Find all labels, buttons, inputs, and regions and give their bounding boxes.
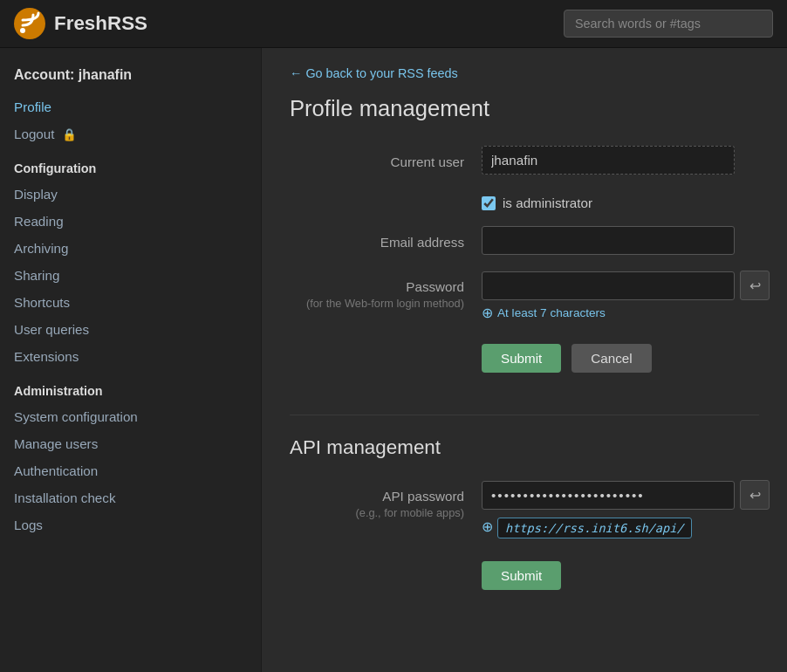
- sidebar-item-archiving[interactable]: Archiving: [0, 235, 261, 262]
- profile-submit-button[interactable]: Submit: [482, 344, 561, 373]
- section-divider: [290, 415, 759, 415]
- label-password: Password (for the Web-form login method): [290, 271, 482, 312]
- topbar: FreshRSS: [0, 0, 787, 48]
- password-visibility-button[interactable]: ↩: [740, 271, 770, 300]
- label-profile-buttons-spacer: [290, 337, 482, 344]
- password-input[interactable]: [482, 271, 735, 300]
- svg-point-1: [20, 28, 25, 33]
- form-row-api-password: API password (e.g., for mobile apps) ↩ ⊕…: [290, 480, 759, 538]
- label-api-password: API password (e.g., for mobile apps): [290, 480, 482, 521]
- control-current-user: [482, 146, 759, 175]
- sidebar-item-extensions[interactable]: Extensions: [0, 343, 261, 370]
- logo-icon: [14, 8, 45, 39]
- api-section-title: API management: [290, 436, 759, 459]
- sidebar-item-shortcuts[interactable]: Shortcuts: [0, 289, 261, 316]
- label-api-password-text: API password: [382, 489, 464, 504]
- sidebar-item-authentication[interactable]: Authentication: [0, 457, 261, 484]
- control-is-admin: is administrator: [482, 190, 759, 210]
- sidebar-item-installation-check[interactable]: Installation check: [0, 484, 261, 511]
- api-url-icon: ⊕: [482, 518, 493, 535]
- layout: Account: jhanafin Profile Logout 🔒 Confi…: [0, 48, 787, 672]
- label-current-user: Current user: [290, 146, 482, 171]
- app-title: FreshRSS: [54, 12, 147, 35]
- sidebar-item-user-queries[interactable]: User queries: [0, 316, 261, 343]
- sidebar-item-reading[interactable]: Reading: [0, 208, 261, 235]
- api-password-input-row: ↩: [482, 480, 770, 510]
- back-link[interactable]: ← Go back to your RSS feeds: [290, 66, 458, 80]
- api-submit-button[interactable]: Submit: [482, 561, 561, 590]
- sidebar-item-logs[interactable]: Logs: [0, 511, 261, 538]
- form-row-password: Password (for the Web-form login method)…: [290, 271, 759, 321]
- is-admin-checkbox-row: is administrator: [482, 190, 759, 210]
- is-admin-label: is administrator: [503, 195, 592, 210]
- sidebar-item-logout[interactable]: Logout 🔒: [0, 120, 261, 147]
- page-title: Profile management: [290, 96, 759, 121]
- label-email: Email address: [290, 226, 482, 251]
- api-password-input[interactable]: [482, 481, 735, 510]
- password-hint-row: ⊕ At least 7 characters: [482, 305, 770, 321]
- email-input[interactable]: [482, 226, 735, 255]
- main-content: ← Go back to your RSS feeds Profile mana…: [262, 48, 787, 672]
- lock-icon: 🔒: [62, 127, 77, 141]
- label-api-password-sublabel: (e.g., for mobile apps): [290, 505, 464, 521]
- label-is-admin-spacer: [290, 190, 482, 197]
- is-admin-checkbox[interactable]: [482, 196, 496, 210]
- sidebar-section-configuration: Configuration: [0, 147, 261, 181]
- control-password: ↩ ⊕ At least 7 characters: [482, 271, 770, 321]
- search-input[interactable]: [564, 10, 773, 38]
- sidebar-item-sharing[interactable]: Sharing: [0, 262, 261, 289]
- label-password-sublabel: (for the Web-form login method): [290, 296, 464, 312]
- sidebar-account-label: Account: jhanafin: [0, 58, 261, 93]
- api-button-row: Submit: [482, 561, 759, 590]
- sidebar-item-system-configuration[interactable]: System configuration: [0, 403, 261, 430]
- form-row-email: Email address: [290, 226, 759, 255]
- sidebar-item-logout-label: Logout: [14, 127, 54, 141]
- password-hint-text: At least 7 characters: [497, 306, 606, 319]
- password-input-row: ↩: [482, 271, 770, 300]
- form-row-is-admin: is administrator: [290, 190, 759, 210]
- api-url-row: ⊕ https://rss.init6.sh/api/: [482, 514, 770, 538]
- form-row-profile-buttons: Submit Cancel: [290, 337, 759, 399]
- logo-area: FreshRSS: [14, 8, 147, 39]
- current-user-input[interactable]: [482, 146, 735, 175]
- profile-cancel-button[interactable]: Cancel: [571, 344, 651, 373]
- api-url-badge: https://rss.init6.sh/api/: [497, 518, 692, 538]
- control-api-buttons: Submit: [482, 554, 759, 616]
- api-password-visibility-button[interactable]: ↩: [740, 480, 770, 510]
- control-api-password: ↩ ⊕ https://rss.init6.sh/api/: [482, 480, 770, 538]
- form-row-current-user: Current user: [290, 146, 759, 175]
- sidebar: Account: jhanafin Profile Logout 🔒 Confi…: [0, 48, 262, 672]
- sidebar-item-display[interactable]: Display: [0, 181, 261, 208]
- label-api-buttons-spacer: [290, 554, 482, 561]
- sidebar-item-profile[interactable]: Profile: [0, 93, 261, 120]
- sidebar-section-administration: Administration: [0, 370, 261, 403]
- hint-icon: ⊕: [482, 305, 493, 321]
- control-profile-buttons: Submit Cancel: [482, 337, 759, 399]
- label-password-text: Password: [406, 279, 464, 294]
- sidebar-item-manage-users[interactable]: Manage users: [0, 430, 261, 457]
- control-email: [482, 226, 759, 255]
- form-row-api-buttons: Submit: [290, 554, 759, 616]
- profile-button-row: Submit Cancel: [482, 344, 759, 373]
